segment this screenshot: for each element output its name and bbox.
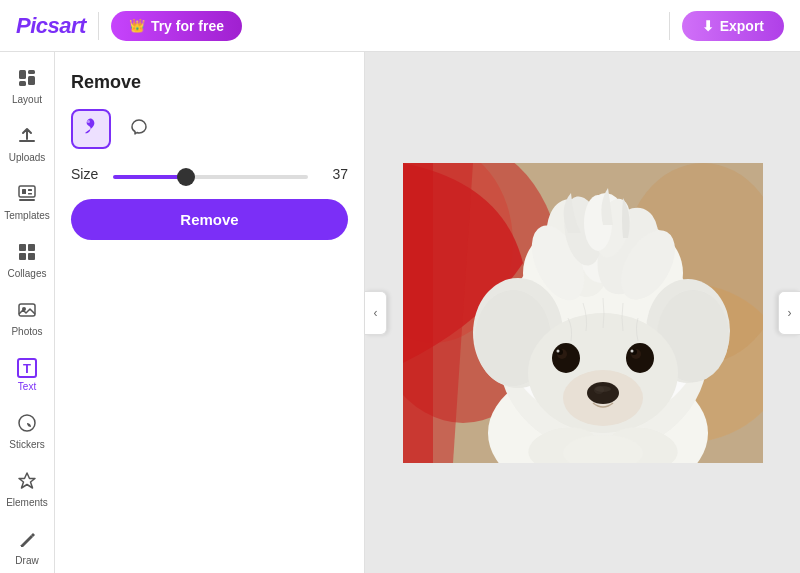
brush-icon [80,116,102,143]
elements-icon [17,471,37,494]
svg-point-17 [87,120,90,123]
svg-rect-6 [28,189,32,191]
templates-icon [17,184,37,207]
sidebar-item-text-label: Text [18,381,36,393]
sidebar-item-elements[interactable]: Elements [3,463,51,517]
sidebar-item-uploads-label: Uploads [9,152,46,164]
canvas-area: ‹ [365,52,800,573]
sidebar-item-draw[interactable]: Draw [3,521,51,573]
sidebar-item-collages[interactable]: Collages [3,234,51,288]
panel-title: Remove [71,72,348,93]
sidebar-item-stickers-label: Stickers [9,439,45,451]
svg-point-51 [587,382,619,404]
tool-selector-row [71,109,348,149]
svg-point-46 [626,343,654,373]
header: Picsart 👑 Try for free ⬇ Export [0,0,800,52]
svg-rect-8 [19,199,35,201]
sidebar-item-text[interactable]: T Text [3,350,51,401]
sidebar-item-photos-label: Photos [11,326,42,338]
sidebar-item-templates-label: Templates [4,210,50,222]
sidebar-item-stickers[interactable]: Stickers [3,405,51,459]
photos-icon [17,300,37,323]
export-btn-label: Export [720,18,764,34]
svg-rect-11 [19,253,26,260]
tool-panel: Remove Size [55,52,365,573]
svg-rect-0 [19,70,26,79]
lasso-tool-button[interactable] [119,109,159,149]
sidebar-item-uploads[interactable]: Uploads [3,118,51,172]
remove-button[interactable]: Remove [71,199,348,240]
draw-icon [17,529,37,552]
brush-tool-button[interactable] [71,109,111,149]
logo: Picsart [16,13,86,39]
chevron-left-icon: ‹ [374,306,378,320]
sidebar-item-layout-label: Layout [12,94,42,106]
size-label: Size [71,166,101,182]
header-left: Picsart 👑 Try for free [16,11,242,41]
svg-point-45 [556,349,559,352]
svg-rect-2 [28,76,35,85]
layout-icon [17,68,37,91]
svg-point-53 [595,386,611,392]
icon-sidebar: Layout Uploads Templates [0,52,55,573]
main-content: Layout Uploads Templates [0,52,800,573]
sidebar-item-elements-label: Elements [6,497,48,509]
header-right-divider [669,12,670,40]
header-right: ⬇ Export [669,11,784,41]
svg-rect-5 [22,189,26,194]
sidebar-item-collages-label: Collages [8,268,47,280]
header-divider [98,12,99,40]
t-icon-box: T [17,358,37,378]
try-btn-label: Try for free [151,18,224,34]
panel-collapse-button[interactable]: ‹ [365,291,387,335]
svg-point-49 [630,349,633,352]
svg-point-42 [552,343,580,373]
text-icon: T [17,358,37,378]
size-control-row: Size 37 [71,165,348,183]
svg-rect-7 [28,193,32,195]
svg-rect-3 [19,81,26,86]
sidebar-item-templates[interactable]: Templates [3,176,51,230]
size-value-display: 37 [320,166,348,182]
svg-rect-1 [28,70,35,74]
svg-rect-10 [28,244,35,251]
sidebar-item-photos[interactable]: Photos [3,292,51,346]
download-icon: ⬇ [702,18,714,34]
size-slider-wrap [113,165,308,183]
sidebar-item-layout[interactable]: Layout [3,60,51,114]
svg-rect-12 [28,253,35,260]
svg-rect-4 [19,186,35,197]
try-for-free-button[interactable]: 👑 Try for free [111,11,242,41]
svg-rect-13 [19,304,35,316]
sidebar-item-draw-label: Draw [15,555,38,567]
canvas-image [403,163,763,463]
stickers-icon [17,413,37,436]
panel-collapse-right-button[interactable]: › [778,291,800,335]
dog-illustration [403,163,763,463]
export-button[interactable]: ⬇ Export [682,11,784,41]
svg-rect-9 [19,244,26,251]
collages-icon [17,242,37,265]
upload-icon [17,126,37,149]
size-slider[interactable] [113,175,308,179]
crown-icon: 👑 [129,18,145,33]
chevron-right-icon: › [788,306,792,320]
lasso-icon [128,116,150,143]
